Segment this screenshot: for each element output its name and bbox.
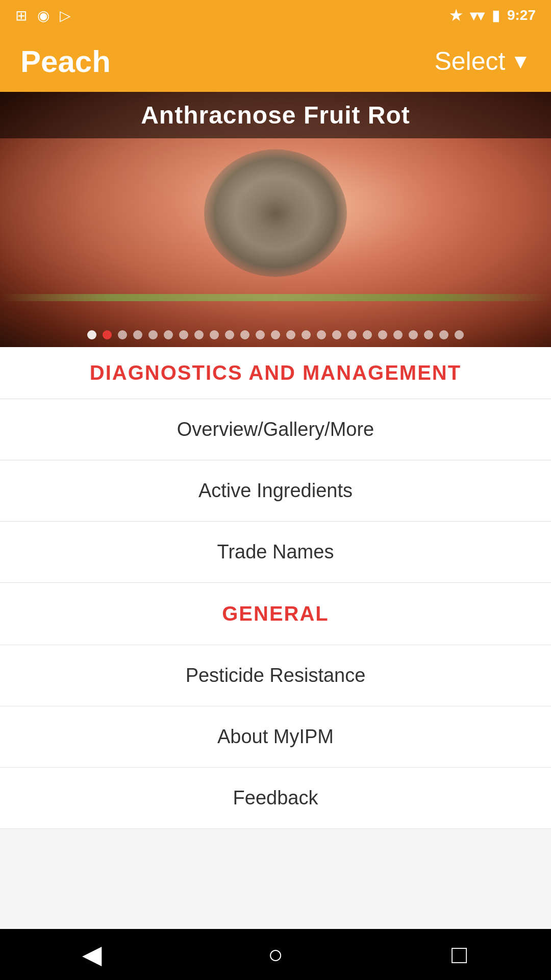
- overview-label: Overview/Gallery/More: [177, 419, 374, 440]
- dot-10[interactable]: [225, 330, 234, 339]
- disease-image-section: Anthracnose Fruit Rot: [0, 92, 551, 347]
- menu-section: DIAGNOSTICS AND MANAGEMENT Overview/Gall…: [0, 347, 551, 829]
- home-icon: ○: [268, 940, 283, 969]
- app-title: Peach: [20, 44, 111, 79]
- pesticide-resistance-label: Pesticide Resistance: [186, 665, 366, 686]
- menu-item-feedback[interactable]: Feedback: [0, 768, 551, 829]
- active-ingredients-label: Active Ingredients: [198, 480, 353, 501]
- dot-9[interactable]: [210, 330, 219, 339]
- dot-13[interactable]: [271, 330, 280, 339]
- select-dropdown[interactable]: Select ▼: [434, 46, 531, 76]
- dot-16[interactable]: [317, 330, 326, 339]
- dot-1[interactable]: [87, 330, 96, 339]
- gallery-icon: ⊞: [15, 7, 27, 24]
- dot-15[interactable]: [302, 330, 311, 339]
- menu-item-active-ingredients[interactable]: Active Ingredients: [0, 460, 551, 522]
- menu-item-about-myipm[interactable]: About MyIPM: [0, 706, 551, 768]
- dot-11[interactable]: [240, 330, 249, 339]
- back-button[interactable]: ◀: [61, 934, 122, 975]
- dot-2[interactable]: [103, 330, 112, 339]
- select-label: Select: [434, 46, 505, 76]
- status-bar: ⊞ ◉ ▷ ★ ▾▾ ▮ 9:27: [0, 0, 551, 31]
- recent-button[interactable]: □: [429, 934, 490, 975]
- general-label: GENERAL: [222, 602, 329, 625]
- dot-22[interactable]: [409, 330, 418, 339]
- dot-25[interactable]: [455, 330, 464, 339]
- status-right: ★ ▾▾ ▮ 9:27: [449, 7, 536, 24]
- menu-item-pesticide-resistance[interactable]: Pesticide Resistance: [0, 645, 551, 706]
- home-button[interactable]: ○: [245, 934, 306, 975]
- stem-line: [0, 294, 551, 301]
- disease-title-overlay: Anthracnose Fruit Rot: [0, 92, 551, 138]
- bottom-navigation: ◀ ○ □: [0, 929, 551, 980]
- recent-icon: □: [452, 940, 467, 969]
- wifi-icon: ▾▾: [470, 7, 484, 24]
- time-display: 9:27: [507, 7, 536, 23]
- dot-4[interactable]: [133, 330, 142, 339]
- dot-12[interactable]: [256, 330, 265, 339]
- triangle-icon: ▷: [60, 7, 71, 24]
- disease-title: Anthracnose Fruit Rot: [141, 102, 410, 129]
- status-icons-left: ⊞ ◉ ▷: [15, 7, 71, 24]
- dot-18[interactable]: [347, 330, 357, 339]
- dot-6[interactable]: [164, 330, 173, 339]
- menu-item-trade-names[interactable]: Trade Names: [0, 522, 551, 583]
- dot-14[interactable]: [286, 330, 295, 339]
- dot-20[interactable]: [378, 330, 387, 339]
- battery-icon: ▮: [492, 7, 499, 24]
- dot-3[interactable]: [118, 330, 127, 339]
- chevron-down-icon: ▼: [510, 50, 531, 73]
- back-icon: ◀: [82, 940, 102, 969]
- dot-24[interactable]: [439, 330, 448, 339]
- app-header: Peach Select ▼: [0, 31, 551, 92]
- about-myipm-label: About MyIPM: [217, 726, 334, 747]
- dot-7[interactable]: [179, 330, 188, 339]
- carousel-dots: [0, 330, 551, 339]
- circle-icon: ◉: [37, 7, 49, 24]
- dot-19[interactable]: [363, 330, 372, 339]
- diagnostics-title: DIAGNOSTICS AND MANAGEMENT: [90, 361, 461, 384]
- dot-21[interactable]: [393, 330, 403, 339]
- dot-8[interactable]: [194, 330, 204, 339]
- feedback-label: Feedback: [233, 787, 318, 808]
- menu-item-general[interactable]: GENERAL: [0, 583, 551, 645]
- trade-names-label: Trade Names: [217, 541, 334, 562]
- dot-5[interactable]: [148, 330, 158, 339]
- dot-17[interactable]: [332, 330, 341, 339]
- dot-23[interactable]: [424, 330, 433, 339]
- bluetooth-icon: ★: [449, 7, 462, 24]
- menu-item-overview[interactable]: Overview/Gallery/More: [0, 399, 551, 460]
- diagnostics-header: DIAGNOSTICS AND MANAGEMENT: [0, 347, 551, 399]
